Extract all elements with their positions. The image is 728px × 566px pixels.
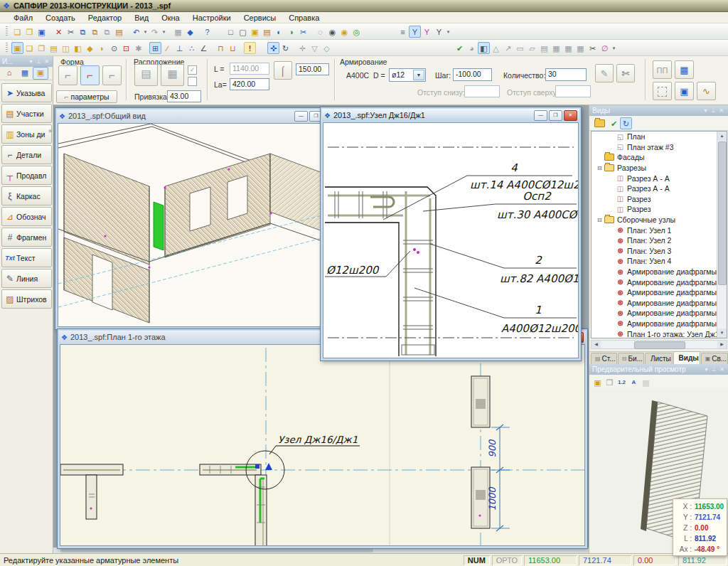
scroll-left-icon[interactable]: ◀ [592, 341, 601, 348]
rebar-tools-icon[interactable]: ✄ [616, 64, 635, 82]
views-pin-icon[interactable]: ⊥ [710, 107, 717, 114]
tool-tekst[interactable]: Txt Текст [1, 248, 52, 267]
box-tool-icon[interactable]: ▭ [514, 42, 526, 54]
minimize-icon[interactable]: — [534, 110, 547, 121]
tool-prodavlivanie[interactable]: ┬ Продавл [1, 166, 52, 185]
tool-zony[interactable]: ▥ Зоны ди [1, 124, 52, 144]
clipboard-icon[interactable]: ▤ [113, 26, 125, 38]
status-orto[interactable]: ОРТО [492, 555, 522, 565]
preview-pin-icon[interactable]: ⊥ [710, 366, 718, 373]
view-settings-icon[interactable]: ✱ [132, 42, 144, 54]
tree-item-plan-uzel-2[interactable]: План: Узел 2 [592, 235, 727, 246]
l-field[interactable]: 1140.00 [230, 63, 269, 75]
scroll-down-icon[interactable]: ▼ [717, 329, 727, 338]
snap-perpendicular-icon[interactable]: ⊥ [173, 42, 186, 54]
height-profile-icon[interactable]: ∿ [697, 82, 716, 100]
view-bottom-icon[interactable]: ◧ [72, 42, 84, 54]
bend-type-button[interactable]: ⌠ [274, 61, 292, 80]
menu-create[interactable]: Создать [39, 13, 82, 23]
view-wedge-icon[interactable]: ◆ [84, 42, 96, 54]
tree-item-armirovanie-diafragmy[interactable]: Армирование диафрагмы [592, 298, 727, 309]
toolbar2-overflow-icon[interactable]: ▾ [611, 42, 617, 54]
open-folder-icon[interactable]: ❐ [23, 26, 36, 38]
offset-field[interactable]: 150.00 [296, 63, 329, 75]
raspol-mode2-button[interactable]: ▦ [161, 64, 184, 86]
rebar-columns-icon[interactable]: ΠΠ [653, 60, 672, 79]
sidebar-tab-construction-icon[interactable]: ▣ [33, 67, 48, 80]
tree-item-armirovanie-diafragmy[interactable]: Армирование диафрагмы [592, 319, 727, 329]
hidden-line-view-icon[interactable]: ▢ [237, 26, 249, 38]
tool-karkas[interactable]: ξ Каркас [1, 186, 52, 205]
sidebar-tabs-more-icon[interactable]: » [48, 127, 52, 134]
pan-icon[interactable]: ✜ [267, 42, 279, 54]
layers-icon[interactable]: ≡ [397, 26, 409, 38]
tree-item-armirovanie-diafragmy[interactable]: Армирование диафрагмы [592, 277, 727, 287]
copy-icon[interactable]: ⧉ [77, 26, 89, 38]
view-half-icon[interactable]: ◗ [96, 42, 108, 54]
menu-settings[interactable]: Настройки [186, 13, 237, 23]
dock-tab-struktura[interactable]: ▤Ст... [591, 353, 617, 364]
snap-line-icon[interactable]: ∕ [161, 42, 173, 54]
snap-grid-icon[interactable]: ⊞ [149, 42, 161, 54]
tree-item-razrezy[interactable]: ⊟ Разрезы [592, 163, 727, 173]
menu-services[interactable]: Сервисы [237, 13, 283, 23]
view-back-icon[interactable]: ❐ [36, 42, 48, 54]
forma-shape2-button[interactable]: ⌐ [80, 65, 100, 85]
view-top-icon[interactable]: ▤ [48, 42, 60, 54]
tree-item-sborochnye-uzly[interactable]: ⊟ Сборочные узлы [592, 215, 727, 225]
menu-help[interactable]: Справка [282, 13, 326, 23]
forma-shape1-button[interactable]: ⌐ [58, 65, 77, 85]
dropdown-arrow-icon[interactable]: ▼ [413, 70, 424, 80]
parameters-button[interactable]: ⌐ параметры [56, 90, 117, 103]
close-icon[interactable]: ✕ [564, 110, 577, 121]
rebar-diameter-icon[interactable]: ∅ [599, 42, 611, 54]
sidebar-menu-icon[interactable]: ▾ [27, 58, 35, 65]
sphere-tool-icon[interactable]: ◕ [466, 42, 478, 54]
panel-grid3-icon[interactable]: ▦ [574, 42, 587, 54]
menu-windows[interactable]: Окна [155, 13, 186, 23]
filter-active-icon[interactable]: Y [409, 26, 421, 38]
undo-caret-icon[interactable]: ▾ [142, 26, 149, 38]
window-overview[interactable]: ❖ 2013_.spf:Общий вид — ❐ [55, 107, 327, 330]
raspol-mode1-button[interactable]: ▤ [134, 64, 158, 86]
raspol-checkbox-1[interactable]: ✓ [188, 65, 197, 75]
sidebar-close-icon[interactable]: ✕ [43, 58, 50, 65]
tree-item-armirovanie-diafragmy[interactable]: Армирование диафрагмы [592, 267, 727, 277]
window-overview-titlebar[interactable]: ❖ 2013_.spf:Общий вид — ❐ [57, 110, 325, 122]
tree-item-fasady[interactable]: Фасады [592, 152, 727, 163]
tree-item-razrez[interactable]: Разрез [592, 194, 727, 205]
panel-grid2-icon[interactable]: ▦ [562, 42, 574, 54]
tree-vertical-scrollbar[interactable]: ▲ ▼ [717, 132, 727, 338]
tool-fragment[interactable]: # Фрагмен [1, 228, 52, 247]
redo-caret-icon[interactable]: ▾ [161, 26, 167, 38]
diameter-dropdown[interactable]: ø12▼ [389, 68, 426, 82]
la-field[interactable]: 420.00 [230, 78, 269, 90]
filter-edit-icon[interactable]: Y [421, 26, 433, 38]
tool-shtrihovka[interactable]: ▨ Штрихов [1, 289, 52, 309]
scroll-right-icon[interactable]: ▶ [717, 341, 727, 348]
orbit-model-icon[interactable]: ◑ [285, 26, 297, 38]
ramp-tool-icon[interactable]: △ [490, 42, 502, 54]
tree-item-razrez-a-a[interactable]: Разрез А - А [592, 173, 727, 183]
measure-pin-icon[interactable]: ! [244, 42, 256, 54]
tool-linia[interactable]: ✎ Линия [1, 269, 52, 288]
save-icon[interactable]: ▣ [36, 26, 48, 38]
preview-labels-icon[interactable]: А [628, 376, 640, 388]
slab-tool-icon[interactable]: ▱ [526, 42, 538, 54]
sidebar-tab-architecture-icon[interactable]: ⌂ [1, 67, 17, 80]
paste-special-icon[interactable]: ⧉ [89, 26, 101, 38]
dock-tab-svojstva[interactable]: ▣Св... [701, 353, 728, 364]
tree-item-plan-uzel-3[interactable]: План: Узел 3 [592, 246, 727, 257]
stairs-tool-icon[interactable]: ▤ [538, 42, 550, 54]
snap-point-icon[interactable]: ∴ [186, 42, 198, 54]
preview-close-icon[interactable]: ✕ [718, 366, 726, 373]
cut-icon[interactable]: ✂ [65, 26, 77, 38]
view-side-icon[interactable]: ◫ [60, 42, 72, 54]
rebar-table-icon[interactable]: ▦ [675, 60, 694, 79]
mirror-disabled-icon[interactable]: ◇ [321, 42, 333, 54]
raspol-checkbox-2[interactable] [188, 77, 197, 86]
menu-view[interactable]: Вид [128, 13, 155, 23]
section-cut-icon[interactable]: ✂ [297, 26, 309, 38]
window-detail-titlebar[interactable]: ❖ 2013_.spf:Узел Дж16/Дж1 — ❐ ✕ [322, 109, 579, 122]
tool-uchastki[interactable]: ▤ Участки [1, 104, 52, 123]
